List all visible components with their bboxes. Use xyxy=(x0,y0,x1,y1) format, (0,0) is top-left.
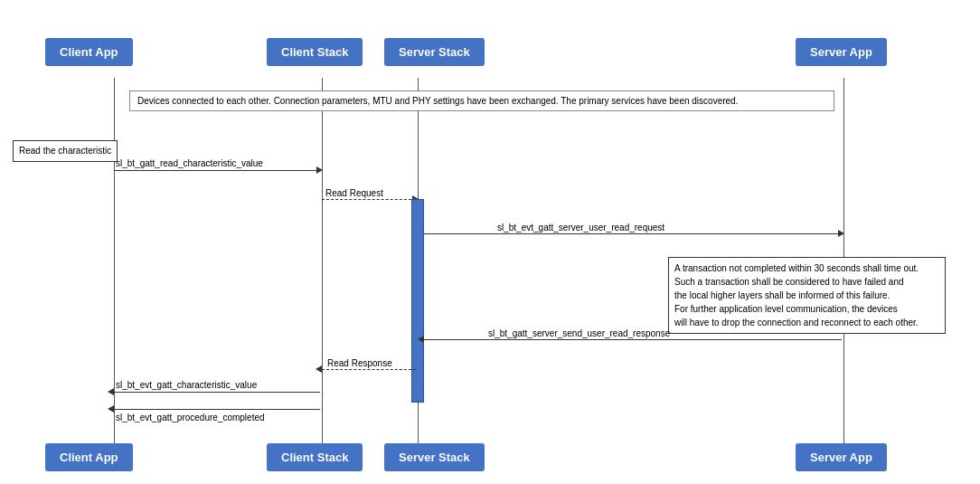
note-timeout-line1: A transaction not completed within 30 se… xyxy=(674,263,919,273)
arrowhead-gatt-char-value xyxy=(108,388,114,395)
arrow-send-user-read-response xyxy=(424,339,842,340)
arrowhead-read-response xyxy=(316,365,322,373)
label-read-char-value: sl_bt_gatt_read_characteristic_value xyxy=(116,158,263,168)
actor-server-stack-bot: Server Stack xyxy=(384,443,485,471)
arrow-server-user-read-request xyxy=(424,233,842,234)
note-timeout-line3: the local higher layers shall be informe… xyxy=(674,290,890,300)
label-gatt-procedure-completed: sl_bt_evt_gatt_procedure_completed xyxy=(116,413,265,422)
arrowhead-gatt-procedure-completed xyxy=(108,405,114,413)
note-read-characteristic: Read the characteristic xyxy=(13,140,118,162)
note-timeout: A transaction not completed within 30 se… xyxy=(668,257,946,334)
activation-bar-server-stack xyxy=(411,199,424,403)
diagram-container: Client App Client Stack Server Stack Ser… xyxy=(0,0,980,484)
label-send-user-read-response: sl_bt_gatt_server_send_user_read_respons… xyxy=(488,328,670,338)
lifeline-client-app xyxy=(114,78,115,443)
actor-client-stack-bot: Client Stack xyxy=(267,443,363,471)
label-server-user-read-request: sl_bt_evt_gatt_server_user_read_request xyxy=(497,223,664,233)
arrowhead-server-user-read-request xyxy=(838,230,844,237)
actor-server-stack-top: Server Stack xyxy=(384,38,485,66)
arrowhead-read-char-value xyxy=(316,166,323,174)
arrow-read-response xyxy=(322,369,416,370)
label-read-request: Read Request xyxy=(325,188,383,198)
note-timeout-line5: will have to drop the connection and rec… xyxy=(674,318,919,327)
arrowhead-send-user-read-response xyxy=(418,336,424,343)
arrow-read-char-value xyxy=(114,170,320,171)
note-timeout-line2: Such a transaction shall be considered t… xyxy=(674,277,904,287)
actor-server-app-bot: Server App xyxy=(796,443,887,471)
actor-server-app-top: Server App xyxy=(796,38,887,66)
actor-client-stack-top: Client Stack xyxy=(267,38,363,66)
lifeline-client-stack xyxy=(322,78,323,443)
actor-client-app-top: Client App xyxy=(45,38,133,66)
note-timeout-line4: For further application level communicat… xyxy=(674,304,898,314)
label-gatt-char-value: sl_bt_evt_gatt_characteristic_value xyxy=(116,380,257,390)
arrow-gatt-char-value xyxy=(114,392,320,393)
arrow-read-request xyxy=(322,199,416,200)
description-box: Devices connected to each other. Connect… xyxy=(129,90,834,111)
arrow-gatt-procedure-completed xyxy=(114,409,320,410)
label-read-response: Read Response xyxy=(327,358,392,368)
actor-client-app-bot: Client App xyxy=(45,443,133,471)
